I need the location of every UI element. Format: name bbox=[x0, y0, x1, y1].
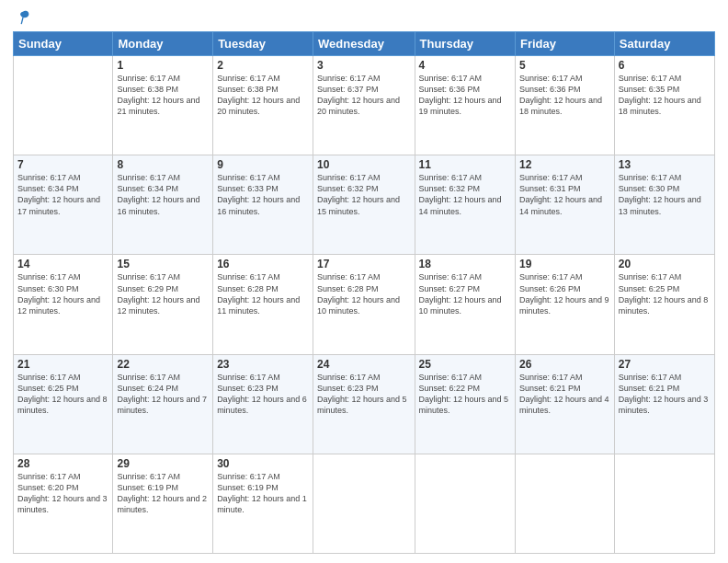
calendar-cell: 7Sunrise: 6:17 AMSunset: 6:34 PMDaylight… bbox=[14, 155, 113, 255]
day-info: Sunrise: 6:17 AMSunset: 6:37 PMDaylight:… bbox=[317, 73, 411, 118]
day-info: Sunrise: 6:17 AMSunset: 6:26 PMDaylight:… bbox=[519, 271, 610, 316]
day-number: 16 bbox=[217, 258, 309, 270]
day-header-tuesday: Tuesday bbox=[213, 32, 313, 56]
calendar-cell: 21Sunrise: 6:17 AMSunset: 6:25 PMDayligh… bbox=[14, 354, 113, 454]
day-number: 10 bbox=[317, 158, 411, 171]
calendar-week-row: 1Sunrise: 6:17 AMSunset: 6:38 PMDaylight… bbox=[14, 56, 715, 155]
day-info: Sunrise: 6:17 AMSunset: 6:31 PMDaylight:… bbox=[519, 172, 610, 217]
calendar-week-row: 14Sunrise: 6:17 AMSunset: 6:30 PMDayligh… bbox=[14, 255, 715, 354]
day-info: Sunrise: 6:17 AMSunset: 6:32 PMDaylight:… bbox=[419, 172, 511, 217]
day-info: Sunrise: 6:17 AMSunset: 6:27 PMDaylight:… bbox=[419, 271, 511, 316]
calendar-cell bbox=[14, 56, 113, 155]
calendar-cell: 23Sunrise: 6:17 AMSunset: 6:23 PMDayligh… bbox=[213, 354, 313, 454]
day-info: Sunrise: 6:17 AMSunset: 6:35 PMDaylight:… bbox=[619, 73, 711, 118]
calendar-cell: 18Sunrise: 6:17 AMSunset: 6:27 PMDayligh… bbox=[415, 255, 515, 354]
calendar-cell: 22Sunrise: 6:17 AMSunset: 6:24 PMDayligh… bbox=[113, 354, 213, 454]
calendar-cell: 9Sunrise: 6:17 AMSunset: 6:33 PMDaylight… bbox=[213, 155, 313, 255]
day-number: 1 bbox=[117, 59, 209, 72]
calendar-cell: 19Sunrise: 6:17 AMSunset: 6:26 PMDayligh… bbox=[515, 255, 614, 354]
calendar-week-row: 7Sunrise: 6:17 AMSunset: 6:34 PMDaylight… bbox=[14, 155, 715, 255]
calendar-cell: 29Sunrise: 6:17 AMSunset: 6:19 PMDayligh… bbox=[113, 454, 213, 553]
day-header-friday: Friday bbox=[515, 32, 614, 56]
calendar-week-row: 21Sunrise: 6:17 AMSunset: 6:25 PMDayligh… bbox=[14, 354, 715, 454]
calendar-header-row: SundayMondayTuesdayWednesdayThursdayFrid… bbox=[14, 32, 715, 56]
day-number: 28 bbox=[17, 457, 108, 470]
day-info: Sunrise: 6:17 AMSunset: 6:28 PMDaylight:… bbox=[217, 271, 309, 316]
day-number: 24 bbox=[317, 358, 411, 371]
day-number: 27 bbox=[619, 358, 711, 371]
calendar-cell: 28Sunrise: 6:17 AMSunset: 6:20 PMDayligh… bbox=[14, 454, 113, 553]
day-info: Sunrise: 6:17 AMSunset: 6:34 PMDaylight:… bbox=[117, 172, 209, 217]
day-info: Sunrise: 6:17 AMSunset: 6:25 PMDaylight:… bbox=[619, 271, 711, 316]
day-number: 19 bbox=[519, 258, 610, 270]
day-number: 15 bbox=[117, 258, 209, 270]
header bbox=[13, 9, 715, 26]
day-info: Sunrise: 6:17 AMSunset: 6:29 PMDaylight:… bbox=[117, 271, 209, 316]
calendar-cell: 11Sunrise: 6:17 AMSunset: 6:32 PMDayligh… bbox=[415, 155, 515, 255]
calendar-cell: 27Sunrise: 6:17 AMSunset: 6:21 PMDayligh… bbox=[614, 354, 714, 454]
calendar-cell bbox=[415, 454, 515, 553]
calendar-week-row: 28Sunrise: 6:17 AMSunset: 6:20 PMDayligh… bbox=[14, 454, 715, 553]
calendar-cell: 4Sunrise: 6:17 AMSunset: 6:36 PMDaylight… bbox=[415, 56, 515, 155]
day-info: Sunrise: 6:17 AMSunset: 6:23 PMDaylight:… bbox=[317, 372, 411, 417]
calendar-cell: 3Sunrise: 6:17 AMSunset: 6:37 PMDaylight… bbox=[313, 56, 415, 155]
calendar-cell: 15Sunrise: 6:17 AMSunset: 6:29 PMDayligh… bbox=[113, 255, 213, 354]
day-number: 20 bbox=[619, 258, 711, 270]
calendar-cell: 12Sunrise: 6:17 AMSunset: 6:31 PMDayligh… bbox=[515, 155, 614, 255]
day-info: Sunrise: 6:17 AMSunset: 6:25 PMDaylight:… bbox=[17, 372, 108, 417]
logo-bird-icon bbox=[15, 9, 31, 26]
day-info: Sunrise: 6:17 AMSunset: 6:19 PMDaylight:… bbox=[117, 471, 209, 516]
day-number: 11 bbox=[419, 158, 511, 171]
calendar-cell: 25Sunrise: 6:17 AMSunset: 6:22 PMDayligh… bbox=[415, 354, 515, 454]
calendar-cell: 6Sunrise: 6:17 AMSunset: 6:35 PMDaylight… bbox=[614, 56, 714, 155]
calendar-cell bbox=[614, 454, 714, 553]
day-number: 23 bbox=[217, 358, 309, 371]
calendar-cell: 13Sunrise: 6:17 AMSunset: 6:30 PMDayligh… bbox=[614, 155, 714, 255]
day-info: Sunrise: 6:17 AMSunset: 6:21 PMDaylight:… bbox=[619, 372, 711, 417]
calendar-cell: 2Sunrise: 6:17 AMSunset: 6:38 PMDaylight… bbox=[213, 56, 313, 155]
day-info: Sunrise: 6:17 AMSunset: 6:21 PMDaylight:… bbox=[519, 372, 610, 417]
day-info: Sunrise: 6:17 AMSunset: 6:30 PMDaylight:… bbox=[17, 271, 108, 316]
calendar-cell: 8Sunrise: 6:17 AMSunset: 6:34 PMDaylight… bbox=[113, 155, 213, 255]
day-number: 9 bbox=[217, 158, 309, 171]
day-header-saturday: Saturday bbox=[614, 32, 714, 56]
day-info: Sunrise: 6:17 AMSunset: 6:33 PMDaylight:… bbox=[217, 172, 309, 217]
calendar-cell bbox=[313, 454, 415, 553]
calendar-cell: 1Sunrise: 6:17 AMSunset: 6:38 PMDaylight… bbox=[113, 56, 213, 155]
calendar-cell bbox=[515, 454, 614, 553]
page: SundayMondayTuesdayWednesdayThursdayFrid… bbox=[0, 0, 728, 563]
calendar-cell: 26Sunrise: 6:17 AMSunset: 6:21 PMDayligh… bbox=[515, 354, 614, 454]
day-info: Sunrise: 6:17 AMSunset: 6:34 PMDaylight:… bbox=[17, 172, 108, 217]
day-info: Sunrise: 6:17 AMSunset: 6:32 PMDaylight:… bbox=[317, 172, 411, 217]
day-number: 22 bbox=[117, 358, 209, 371]
day-number: 6 bbox=[619, 59, 711, 72]
day-number: 30 bbox=[217, 457, 309, 470]
day-info: Sunrise: 6:17 AMSunset: 6:24 PMDaylight:… bbox=[117, 372, 209, 417]
day-number: 2 bbox=[217, 59, 309, 72]
calendar-cell: 16Sunrise: 6:17 AMSunset: 6:28 PMDayligh… bbox=[213, 255, 313, 354]
day-info: Sunrise: 6:17 AMSunset: 6:20 PMDaylight:… bbox=[17, 471, 108, 516]
day-number: 29 bbox=[117, 457, 209, 470]
day-number: 12 bbox=[519, 158, 610, 171]
day-header-wednesday: Wednesday bbox=[313, 32, 415, 56]
day-info: Sunrise: 6:17 AMSunset: 6:30 PMDaylight:… bbox=[619, 172, 711, 217]
day-info: Sunrise: 6:17 AMSunset: 6:22 PMDaylight:… bbox=[419, 372, 511, 417]
calendar-cell: 24Sunrise: 6:17 AMSunset: 6:23 PMDayligh… bbox=[313, 354, 415, 454]
day-number: 4 bbox=[419, 59, 511, 72]
calendar-cell: 10Sunrise: 6:17 AMSunset: 6:32 PMDayligh… bbox=[313, 155, 415, 255]
day-number: 3 bbox=[317, 59, 411, 72]
day-number: 21 bbox=[17, 358, 108, 371]
day-info: Sunrise: 6:17 AMSunset: 6:36 PMDaylight:… bbox=[419, 73, 511, 118]
day-number: 13 bbox=[619, 158, 711, 171]
day-info: Sunrise: 6:17 AMSunset: 6:23 PMDaylight:… bbox=[217, 372, 309, 417]
day-info: Sunrise: 6:17 AMSunset: 6:36 PMDaylight:… bbox=[519, 73, 610, 118]
day-number: 25 bbox=[419, 358, 511, 371]
logo bbox=[13, 9, 31, 26]
calendar-cell: 20Sunrise: 6:17 AMSunset: 6:25 PMDayligh… bbox=[614, 255, 714, 354]
day-header-sunday: Sunday bbox=[14, 32, 113, 56]
calendar-cell: 17Sunrise: 6:17 AMSunset: 6:28 PMDayligh… bbox=[313, 255, 415, 354]
calendar-cell: 14Sunrise: 6:17 AMSunset: 6:30 PMDayligh… bbox=[14, 255, 113, 354]
calendar-cell: 5Sunrise: 6:17 AMSunset: 6:36 PMDaylight… bbox=[515, 56, 614, 155]
day-number: 7 bbox=[17, 158, 108, 171]
day-number: 5 bbox=[519, 59, 610, 72]
